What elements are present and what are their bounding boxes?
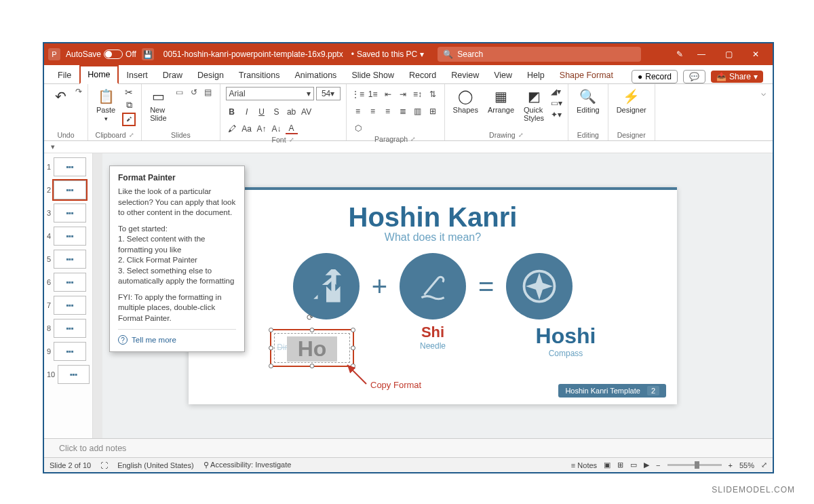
tab-view[interactable]: View: [487, 67, 519, 83]
resize-handle-sw[interactable]: [269, 364, 273, 368]
thumbnail-5[interactable]: 5■■■: [47, 250, 90, 269]
maximize-button[interactable]: ▢: [720, 50, 737, 59]
font-color-button[interactable]: A: [286, 123, 298, 134]
language-status[interactable]: English (United States): [117, 461, 194, 469]
case-button[interactable]: Aa: [241, 123, 253, 134]
tab-review[interactable]: Review: [444, 67, 486, 83]
toggle-pill[interactable]: [104, 50, 123, 59]
arrange-button[interactable]: ▦Arrange: [485, 87, 517, 115]
autosave-toggle[interactable]: AutoSave Off: [66, 50, 136, 59]
tab-insert[interactable]: Insert: [120, 67, 155, 83]
shape-fill-button[interactable]: ◢▾: [551, 87, 562, 96]
direction-circle[interactable]: [293, 253, 360, 319]
save-status[interactable]: • Saved to this PC ▾: [351, 50, 425, 59]
pen-icon[interactable]: ✎: [676, 50, 683, 59]
slide-canvas[interactable]: Hoshin Kanri What does it mean? + =: [189, 187, 677, 404]
tab-help[interactable]: Help: [520, 67, 551, 83]
justify-button[interactable]: ≣: [397, 106, 409, 117]
shapes-button[interactable]: ◯Shapes: [450, 87, 481, 115]
resize-handle-nw[interactable]: [269, 328, 273, 332]
zoom-level[interactable]: 55%: [739, 461, 754, 469]
tab-slideshow[interactable]: Slide Show: [345, 67, 401, 83]
tab-home[interactable]: Home: [79, 65, 118, 84]
record-button[interactable]: ● Record: [632, 70, 678, 83]
font-dialog-launcher[interactable]: ⤢: [289, 136, 294, 143]
highlight-button[interactable]: 🖍: [226, 123, 238, 134]
bold-button[interactable]: B: [226, 106, 238, 117]
reading-view-button[interactable]: ▭: [630, 461, 637, 469]
resize-handle-ne[interactable]: [351, 328, 355, 332]
strike-button[interactable]: S: [271, 106, 283, 117]
hoshi-label[interactable]: Hoshi: [532, 324, 599, 349]
notes-toggle[interactable]: ≡ Notes: [571, 461, 597, 469]
align-right-button[interactable]: ≡: [382, 106, 394, 117]
thumbnail-6[interactable]: 6■■■: [47, 273, 90, 292]
smartart-button[interactable]: ⬡: [352, 123, 364, 134]
editing-button[interactable]: 🔍Editing: [574, 87, 602, 115]
shi-label[interactable]: Shi: [400, 324, 466, 341]
redo-button[interactable]: ↷: [75, 87, 82, 96]
thumbnail-2[interactable]: 2■■■: [47, 180, 90, 199]
tab-animations[interactable]: Animations: [288, 67, 344, 83]
share-button[interactable]: 📤 Share ▾: [711, 71, 763, 83]
quick-styles-button[interactable]: ◩Quick Styles: [521, 87, 547, 123]
font-name-select[interactable]: Arial▾: [226, 87, 314, 100]
undo-button[interactable]: ↶: [50, 87, 71, 106]
resize-handle-s[interactable]: [310, 364, 315, 368]
indent-left-button[interactable]: ⇤: [382, 89, 394, 100]
resize-handle-w[interactable]: [269, 346, 273, 351]
align-text-button[interactable]: ⊞: [427, 106, 439, 117]
bullets-button[interactable]: ⋮≡: [352, 89, 364, 100]
tab-draw[interactable]: Draw: [156, 67, 189, 83]
text-direction-button[interactable]: ⇅: [427, 89, 439, 100]
normal-view-button[interactable]: ▣: [604, 461, 610, 469]
zoom-slider[interactable]: [667, 464, 722, 466]
layout-icon[interactable]: ▭: [174, 87, 186, 98]
thumbnail-4[interactable]: 4■■■: [47, 227, 90, 246]
thumbnail-1[interactable]: 1■■■: [47, 157, 90, 176]
collapse-ribbon-button[interactable]: ⌵: [754, 84, 773, 140]
thumbnail-panel[interactable]: 1■■■2■■■3■■■4■■■5■■■6■■■7■■■8■■■9■■■10■■…: [44, 153, 93, 438]
thumbnail-10[interactable]: 10■■■: [47, 365, 90, 384]
copy-icon[interactable]: ⧉: [126, 100, 132, 111]
needle-circle[interactable]: [400, 253, 466, 319]
designer-button[interactable]: ⚡Designer: [614, 87, 649, 115]
cut-icon[interactable]: ✂: [125, 87, 133, 98]
clipboard-dialog-launcher[interactable]: ⤢: [129, 132, 134, 138]
resize-handle-e[interactable]: [351, 346, 355, 351]
paragraph-dialog-launcher[interactable]: ⤢: [410, 136, 416, 142]
grow-font-button[interactable]: A↑: [256, 123, 268, 134]
reset-icon[interactable]: ↺: [188, 87, 200, 98]
line-spacing-button[interactable]: ≡↕: [412, 89, 424, 100]
accessibility-status[interactable]: ⚲ Accessibility: Investigate: [204, 461, 292, 469]
save-icon[interactable]: 💾: [142, 48, 154, 60]
shape-outline-button[interactable]: ▭▾: [551, 98, 562, 108]
italic-button[interactable]: I: [241, 106, 253, 117]
ho-label[interactable]: Ho: [287, 336, 337, 362]
slide-subtitle[interactable]: What does it mean?: [189, 231, 677, 244]
tell-me-more-link[interactable]: ?Tell me more: [118, 329, 236, 345]
tab-record[interactable]: Record: [402, 67, 443, 83]
resize-handle-n[interactable]: [310, 328, 315, 332]
tab-shape-format[interactable]: Shape Format: [553, 67, 620, 83]
tab-design[interactable]: Design: [191, 67, 231, 83]
drawing-dialog-launcher[interactable]: ⤢: [518, 132, 524, 138]
tab-file[interactable]: File: [51, 67, 78, 83]
thumbnail-9[interactable]: 9■■■: [47, 342, 90, 361]
columns-button[interactable]: ▥: [412, 106, 424, 117]
notes-pane[interactable]: Click to add notes: [44, 438, 773, 457]
minimize-button[interactable]: —: [693, 50, 710, 59]
format-painter-button[interactable]: [122, 113, 136, 126]
zoom-in-button[interactable]: +: [729, 461, 733, 469]
spacing-button[interactable]: AV: [301, 106, 313, 117]
align-left-button[interactable]: ≡: [352, 106, 364, 117]
underline-button[interactable]: U: [256, 106, 268, 117]
shrink-font-button[interactable]: A↓: [271, 123, 283, 134]
indent-right-button[interactable]: ⇥: [397, 89, 409, 100]
tab-transitions[interactable]: Transitions: [232, 67, 287, 83]
sorter-view-button[interactable]: ⊞: [617, 461, 623, 469]
paste-button[interactable]: 📋Paste▾: [94, 87, 118, 123]
selected-textbox[interactable]: ⟳ Ho: [270, 329, 354, 367]
compass-circle[interactable]: [506, 253, 573, 319]
slideshow-view-button[interactable]: ▶: [644, 461, 649, 469]
